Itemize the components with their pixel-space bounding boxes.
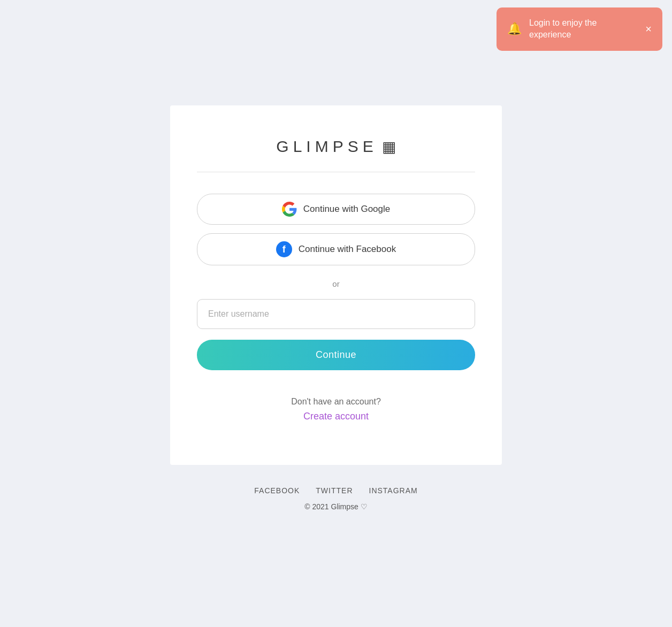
logo-text: GLIMPSE bbox=[276, 137, 377, 156]
facebook-button-label: Continue with Facebook bbox=[299, 244, 396, 255]
footer-twitter-link[interactable]: TWITTER bbox=[316, 486, 353, 495]
qr-icon: ▦ bbox=[382, 138, 396, 156]
footer-copyright: © 2021 Glimpse ♡ bbox=[304, 502, 367, 511]
footer: FACEBOOK TWITTER INSTAGRAM © 2021 Glimps… bbox=[254, 486, 417, 511]
toast-close-button[interactable]: × bbox=[645, 24, 652, 34]
or-text: or bbox=[332, 279, 339, 288]
continue-button[interactable]: Continue bbox=[197, 340, 475, 370]
google-icon bbox=[282, 202, 297, 217]
logo-container: GLIMPSE ▦ bbox=[276, 137, 395, 156]
footer-facebook-link[interactable]: FACEBOOK bbox=[254, 486, 300, 495]
username-input[interactable] bbox=[197, 299, 475, 329]
bell-icon: 🔔 bbox=[507, 22, 522, 36]
login-card: GLIMPSE ▦ Continue with Google f Continu… bbox=[170, 105, 502, 465]
footer-instagram-link[interactable]: INSTAGRAM bbox=[369, 486, 418, 495]
no-account-text: Don't have an account? bbox=[291, 397, 381, 407]
facebook-login-button[interactable]: f Continue with Facebook bbox=[197, 233, 475, 265]
google-login-button[interactable]: Continue with Google bbox=[197, 194, 475, 225]
toast-notification: 🔔 Login to enjoy the experience × bbox=[497, 7, 662, 51]
create-account-link[interactable]: Create account bbox=[303, 411, 369, 422]
logo-divider bbox=[197, 172, 475, 172]
footer-links: FACEBOOK TWITTER INSTAGRAM bbox=[254, 486, 417, 495]
facebook-icon: f bbox=[276, 241, 292, 257]
toast-message: Login to enjoy the experience bbox=[529, 17, 638, 41]
google-button-label: Continue with Google bbox=[303, 204, 391, 215]
